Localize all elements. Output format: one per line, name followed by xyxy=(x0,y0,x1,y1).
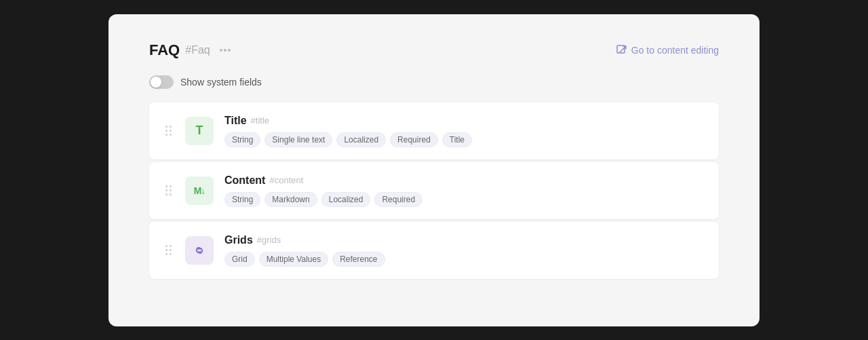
tag: Multiple Values xyxy=(259,252,328,267)
field-tags-grids: Grid Multiple Values Reference xyxy=(224,252,385,267)
tag: Localized xyxy=(336,132,386,147)
go-to-editing-link[interactable]: Go to content editing xyxy=(616,45,719,56)
field-name-row: Title #title xyxy=(224,115,472,127)
field-hash: #content xyxy=(269,175,303,185)
link-icon xyxy=(192,243,207,258)
go-to-editing-label: Go to content editing xyxy=(631,45,719,56)
tag: Grid xyxy=(224,252,255,267)
more-options-button[interactable] xyxy=(216,46,235,54)
system-fields-toggle[interactable] xyxy=(149,75,174,89)
field-info-title: Title #title String Single line text Loc… xyxy=(224,115,472,147)
page-title: FAQ xyxy=(149,41,180,59)
page-hash: #Faq xyxy=(185,44,210,56)
field-tags-title: String Single line text Localized Requir… xyxy=(224,132,472,147)
main-container: FAQ #Faq Go to content editing Show syst… xyxy=(108,14,760,326)
system-fields-row: Show system fields xyxy=(149,75,719,89)
drag-handle[interactable] xyxy=(163,183,174,198)
field-card-content[interactable]: M↓ Content #content String Markdown Loca… xyxy=(149,162,719,219)
tag: Required xyxy=(374,192,422,207)
tag: Markdown xyxy=(264,192,317,207)
field-hash: #grids xyxy=(257,235,281,245)
drag-handle[interactable] xyxy=(163,123,174,138)
field-name: Content xyxy=(224,174,265,187)
field-info-grids: Grids #grids Grid Multiple Values Refere… xyxy=(224,234,385,267)
tag: Reference xyxy=(332,252,384,267)
field-name-row: Grids #grids xyxy=(224,234,385,246)
field-icon-grids xyxy=(185,236,214,265)
field-icon-title: T xyxy=(185,117,214,145)
field-name-row: Content #content xyxy=(224,174,422,187)
field-icon-content: M↓ xyxy=(185,176,214,205)
fields-list: T Title #title String Single line text L… xyxy=(149,102,719,279)
tag: String xyxy=(224,192,260,207)
field-name: Title xyxy=(224,115,247,127)
field-name: Grids xyxy=(224,234,253,246)
field-card-grids[interactable]: Grids #grids Grid Multiple Values Refere… xyxy=(149,222,719,279)
field-tags-content: String Markdown Localized Required xyxy=(224,192,422,207)
tag: String xyxy=(224,132,260,147)
toggle-knob xyxy=(151,77,161,88)
tag: Single line text xyxy=(264,132,332,147)
tag: Title xyxy=(442,132,472,147)
system-fields-label: Show system fields xyxy=(180,77,262,88)
edit-icon xyxy=(616,45,627,56)
page-header: FAQ #Faq Go to content editing xyxy=(149,41,719,59)
header-left: FAQ #Faq xyxy=(149,41,235,59)
field-info-content: Content #content String Markdown Localiz… xyxy=(224,174,422,207)
tag: Localized xyxy=(321,192,371,207)
drag-handle[interactable] xyxy=(163,242,174,258)
field-hash: #title xyxy=(251,115,269,126)
tag: Required xyxy=(390,132,438,147)
field-card-title[interactable]: T Title #title String Single line text L… xyxy=(149,102,719,159)
